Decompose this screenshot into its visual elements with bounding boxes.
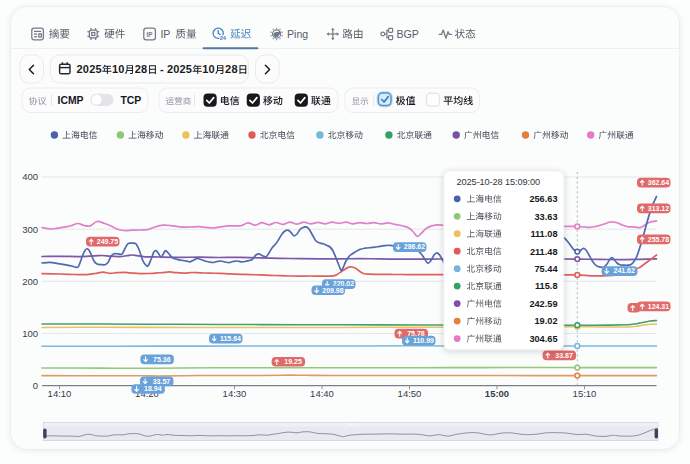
svg-text:TCP: TCP bbox=[121, 95, 142, 106]
svg-text:362.64: 362.64 bbox=[648, 179, 670, 186]
svg-text:19.25: 19.25 bbox=[284, 358, 302, 365]
svg-text:2025: 2025 bbox=[167, 63, 192, 75]
svg-text:15:00: 15:00 bbox=[485, 388, 509, 399]
svg-text:IP: IP bbox=[147, 31, 154, 38]
svg-text:BGP: BGP bbox=[397, 28, 419, 40]
svg-text:209.98: 209.98 bbox=[322, 287, 344, 294]
svg-text:115.8: 115.8 bbox=[535, 281, 557, 291]
svg-text:Ping: Ping bbox=[287, 28, 308, 40]
svg-text:IP: IP bbox=[160, 28, 170, 40]
svg-text:111.08: 111.08 bbox=[530, 229, 557, 239]
svg-text:2025: 2025 bbox=[77, 63, 102, 75]
svg-text:28: 28 bbox=[135, 63, 148, 75]
svg-text:313.12: 313.12 bbox=[648, 205, 670, 212]
svg-text:124.31: 124.31 bbox=[648, 303, 670, 310]
svg-text:ICMP: ICMP bbox=[58, 95, 84, 106]
svg-text:110.99: 110.99 bbox=[413, 337, 434, 344]
svg-text:249.75: 249.75 bbox=[97, 238, 119, 245]
svg-text:33.87: 33.87 bbox=[555, 352, 573, 359]
svg-text:0: 0 bbox=[33, 380, 38, 391]
svg-text:256.63: 256.63 bbox=[529, 194, 557, 204]
svg-text:300: 300 bbox=[22, 224, 38, 235]
svg-text:15:10: 15:10 bbox=[573, 388, 597, 399]
svg-text:400: 400 bbox=[22, 171, 38, 182]
svg-text:75.44: 75.44 bbox=[535, 264, 559, 274]
svg-text:241.62: 241.62 bbox=[613, 267, 635, 274]
svg-text:14:30: 14:30 bbox=[223, 388, 247, 399]
svg-text:255.78: 255.78 bbox=[648, 236, 670, 243]
svg-text:200: 200 bbox=[22, 276, 38, 287]
svg-text:28: 28 bbox=[225, 63, 238, 75]
svg-text:242.59: 242.59 bbox=[529, 299, 557, 309]
svg-text:33.57: 33.57 bbox=[153, 378, 171, 385]
svg-text:-: - bbox=[160, 63, 164, 75]
svg-text:211.48: 211.48 bbox=[530, 247, 558, 257]
svg-text:19.02: 19.02 bbox=[535, 316, 558, 326]
svg-text:14:10: 14:10 bbox=[48, 388, 72, 399]
svg-text:14:50: 14:50 bbox=[398, 388, 422, 399]
svg-text:14:40: 14:40 bbox=[310, 388, 334, 399]
svg-text:304.65: 304.65 bbox=[529, 334, 557, 344]
svg-text:10: 10 bbox=[202, 63, 215, 75]
svg-text:2025-10-28 15:09:00: 2025-10-28 15:09:00 bbox=[457, 177, 540, 187]
svg-text:286.62: 286.62 bbox=[404, 243, 426, 250]
svg-text:10: 10 bbox=[112, 63, 125, 75]
svg-text:100: 100 bbox=[22, 328, 38, 339]
svg-text:24: 24 bbox=[220, 35, 227, 41]
svg-text:33.63: 33.63 bbox=[535, 212, 558, 222]
svg-text:18.94: 18.94 bbox=[144, 385, 162, 392]
svg-text:75.36: 75.36 bbox=[153, 356, 171, 363]
svg-text:115.64: 115.64 bbox=[220, 335, 241, 342]
